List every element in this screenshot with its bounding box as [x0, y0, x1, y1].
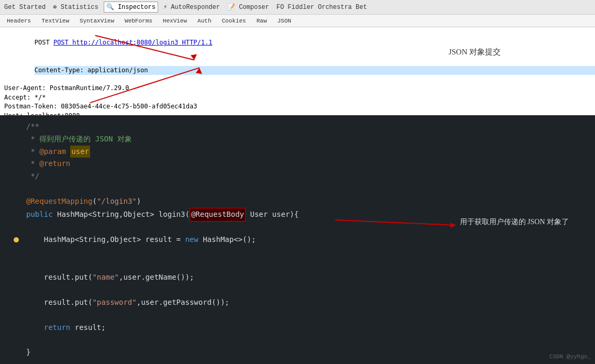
watermark: CSDN @yyhgo_	[549, 354, 591, 360]
subtab-json[interactable]: JSON	[273, 16, 296, 26]
subtab-headers[interactable]: Headers	[2, 16, 36, 26]
fiddler-panel: Get Started ⊕ Statistics 🔍 Inspectors ⚡ …	[0, 0, 595, 115]
code-line-9: result.put( "name" ,user.getName());	[10, 271, 595, 284]
code-line-12: }	[10, 346, 595, 359]
code-line-6: @RequestMapping ( "/login3" )	[10, 195, 595, 208]
toolbar-fo[interactable]: FO Fiddler Orchestra Bet	[274, 3, 369, 12]
subtab-raw[interactable]: Raw	[252, 16, 272, 26]
code-line-11: return result;	[10, 322, 595, 334]
code-line-1: /**	[10, 120, 595, 133]
subtab-cookies[interactable]: Cookies	[217, 16, 250, 26]
subtab-webforms[interactable]: WebForms	[120, 16, 157, 26]
breakpoint-dot	[14, 237, 19, 242]
fiddler-section: Get Started ⊕ Statistics 🔍 Inspectors ⚡ …	[0, 0, 595, 115]
code-content: /** * 得到用户传递的 JSON 对象 * @param user *	[0, 115, 595, 364]
req-content-type: Content-Type: application/json	[35, 66, 595, 75]
toolbar-inspectors[interactable]: 🔍 Inspectors	[104, 2, 158, 13]
req-line-1: POST POST http://localhost:8080/login3 H…	[4, 29, 591, 57]
code-line-3: * @param user	[10, 146, 595, 158]
bottom-annotation-label: 用于获取用户传递的 JSON 对象了	[460, 217, 569, 227]
toolbar-composer[interactable]: 📝 Composer	[225, 2, 271, 12]
code-line-8: HashMap<String,Object> result = new Hash…	[10, 222, 595, 259]
toolbar-get-started[interactable]: Get Started	[2, 3, 48, 12]
req-line-6: Host: localhost:8080	[4, 112, 591, 115]
toolbar-statistics[interactable]: ⊕ Statistics	[51, 2, 100, 12]
code-line-2: * 得到用户传递的 JSON 对象	[10, 133, 595, 146]
top-annotation-label: JSON 对象提交	[448, 47, 501, 57]
req-line-2: Content-Type: application/json	[4, 57, 591, 84]
request-content: POST POST http://localhost:8080/login3 H…	[0, 27, 595, 115]
code-line-10: result.put( "password" ,user.getPassword…	[10, 296, 595, 309]
req-line-4: Accept: */*	[4, 93, 591, 102]
code-editor: /** * 得到用户传递的 JSON 对象 * @param user *	[0, 115, 595, 364]
req-line-5: Postman-Token: 08305ae4-44ce-4c75-b500-a…	[4, 102, 591, 111]
subtab-auth[interactable]: Auth	[193, 16, 216, 26]
toolbar: Get Started ⊕ Statistics 🔍 Inspectors ⚡ …	[0, 0, 595, 15]
code-line-blank1	[10, 183, 595, 195]
sub-tabs-bar: Headers TextView SyntaxView WebForms Hex…	[0, 15, 595, 27]
code-line-5: */	[10, 170, 595, 183]
subtab-hexview[interactable]: HexView	[158, 16, 192, 26]
code-line-blank3	[10, 284, 595, 296]
toolbar-autoresponder[interactable]: ⚡ AutoResponder	[161, 2, 222, 12]
code-line-4: * @return	[10, 158, 595, 170]
req-line-3: User-Agent: PostmanRuntime/7.29.0	[4, 84, 591, 93]
code-line-blank5	[10, 334, 595, 346]
code-line-blank4	[10, 309, 595, 322]
subtab-syntaxview[interactable]: SyntaxView	[75, 16, 119, 26]
subtab-textview[interactable]: TextView	[37, 16, 74, 26]
code-section: /** * 得到用户传递的 JSON 对象 * @param user *	[0, 115, 595, 364]
code-line-blank2	[10, 259, 595, 271]
req-url: POST http://localhost:8080/login3 HTTP/1…	[53, 39, 212, 46]
